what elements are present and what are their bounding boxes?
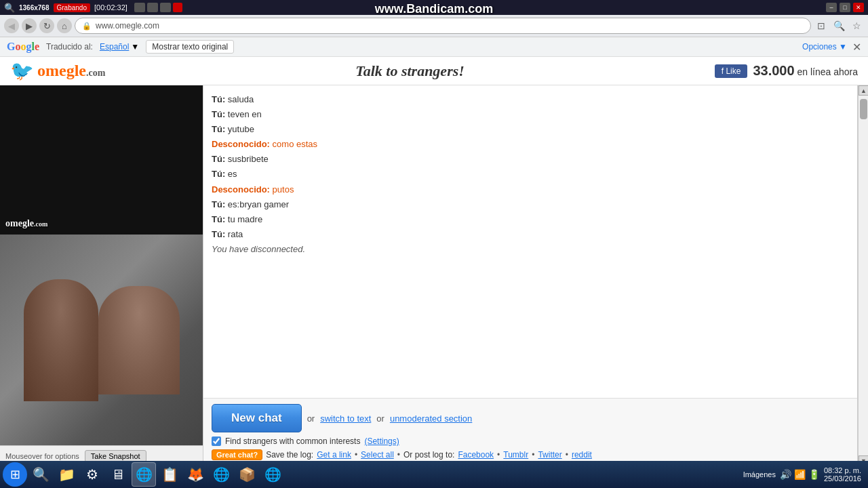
or-text-2: or: [376, 413, 384, 424]
main-area: omegle.com Mouseover for options Take Sn…: [0, 85, 868, 466]
scrollbar-up-arrow[interactable]: ▲: [859, 85, 868, 96]
system-tray-icons: 🔊 📶 🔋: [780, 469, 820, 480]
message-8: Tú: es:bryan gamer: [212, 197, 849, 212]
reddit-link[interactable]: reddit: [572, 450, 592, 460]
message-5: Tú: susbribete: [212, 152, 849, 167]
taskbar-firefox-icon[interactable]: 🦊: [183, 462, 208, 487]
video-panel: omegle.com Mouseover for options Take Sn…: [0, 85, 203, 466]
online-count: 33.000 en línea ahora: [753, 63, 858, 79]
stop-button[interactable]: [173, 3, 182, 12]
disconnect-message: You have disconnected.: [212, 242, 849, 257]
settings-link[interactable]: (Settings): [364, 436, 399, 446]
bookmark-button[interactable]: ☆: [849, 18, 864, 33]
recording-label: Grabando: [54, 3, 90, 12]
back-button[interactable]: ◀: [4, 18, 19, 33]
minimize-button[interactable]: –: [826, 3, 837, 12]
save-log-label: Save the log:: [266, 450, 313, 460]
person-silhouette-1: [24, 279, 98, 401]
home-button[interactable]: ⌂: [57, 18, 72, 33]
message-2: Tú: teven en: [212, 107, 849, 122]
omegle-header: 🐦 omegle.com Talk to strangers! f Like 3…: [0, 57, 868, 85]
window-controls: – □ ✕: [826, 3, 864, 12]
interests-label: Find strangers with common interests: [225, 436, 360, 446]
refresh-button[interactable]: ↻: [39, 18, 54, 33]
language-selector[interactable]: Español ▼: [100, 42, 139, 52]
select-all-link[interactable]: Select all: [361, 450, 394, 460]
taskbar-right: Imágenes 🔊 📶 🔋 08:32 p. m. 25/03/2016: [743, 466, 865, 483]
unmoderated-link[interactable]: unmoderated section: [390, 413, 472, 424]
address-bar[interactable]: 🔒 www.omegle.com: [75, 18, 811, 34]
message-3: Tú: yutube: [212, 122, 849, 137]
video-bottom: [0, 235, 203, 445]
date-display: 25/03/2016: [824, 474, 861, 483]
omegle-logo-text: omegle.com: [37, 62, 105, 80]
taskbar-app-icon[interactable]: 📦: [235, 462, 259, 487]
switch-to-text-link[interactable]: switch to text: [320, 413, 371, 424]
search-icon: 🔍: [4, 3, 15, 13]
omegle-tagline: Talk to strangers!: [105, 62, 714, 80]
forward-button[interactable]: ▶: [22, 18, 37, 33]
recording-bar: 🔍 1366x768 Grabando [00:02:32] – □ ✕: [0, 0, 868, 15]
tumblr-link[interactable]: Tumblr: [503, 450, 528, 460]
timer-label: [00:02:32]: [94, 3, 127, 12]
nav-right-buttons: ⊡ 🔍 ☆: [814, 18, 864, 33]
language-link[interactable]: Español: [100, 42, 129, 52]
url-text: www.omegle.com: [96, 21, 804, 30]
or-text-1: or: [307, 413, 315, 424]
browser-nav: ◀ ▶ ↻ ⌂ 🔒 www.omegle.com ⊡ 🔍 ☆: [0, 15, 868, 37]
tray-icon-3: 🔋: [808, 469, 820, 480]
dropdown-icon: ▼: [131, 42, 139, 52]
view-button[interactable]: ⊡: [814, 18, 829, 33]
chat-panel: Tú: saluda Tú: teven en Tú: yutube Desco…: [203, 85, 858, 466]
fb-widget: f Like 33.000 en línea ahora: [715, 63, 858, 79]
imagenes-label: Imágenes: [743, 470, 776, 479]
restore-button[interactable]: □: [840, 3, 850, 12]
taskbar-task-icon[interactable]: 📋: [157, 462, 182, 487]
taskbar-chrome-icon[interactable]: 🌐: [132, 462, 156, 487]
mouseover-label: Mouseover for options: [5, 452, 79, 460]
google-logo: Google: [7, 41, 39, 53]
interests-checkbox[interactable]: [212, 436, 221, 446]
twitter-link[interactable]: Twitter: [538, 450, 561, 460]
taskbar-ie-icon[interactable]: 🌐: [209, 462, 233, 487]
message-10: Tú: rata: [212, 227, 849, 242]
taskbar-search-icon[interactable]: 🔍: [28, 462, 53, 487]
facebook-link[interactable]: Facebook: [458, 450, 494, 460]
resolution-label: 1366x768: [19, 4, 50, 12]
great-chat-badge[interactable]: Great chat?: [212, 449, 262, 460]
start-button[interactable]: ⊞: [3, 462, 27, 487]
taskbar-explorer-icon[interactable]: 📁: [54, 462, 79, 487]
scrollbar-thumb[interactable]: [860, 99, 867, 119]
cam-icons: [134, 3, 182, 12]
snapshot-button[interactable]: Take Snapshot: [85, 450, 146, 462]
cam-icon-2: [147, 3, 158, 12]
get-link-link[interactable]: Get a link: [317, 450, 351, 460]
message-4: Desconocido: como estas: [212, 137, 849, 152]
scrollbar[interactable]: ▲ ▼: [858, 85, 868, 466]
person-silhouette-2: [98, 286, 180, 394]
chat-messages: Tú: saluda Tú: teven en Tú: yutube Desco…: [203, 85, 857, 398]
video-feed: [0, 235, 203, 445]
new-chat-button[interactable]: New chat: [212, 404, 302, 432]
translated-label: Traducido al:: [46, 42, 93, 52]
taskbar: ⊞ 🔍 📁 ⚙ 🖥 🌐 📋 🦊 🌐 📦 🌐 Imágenes 🔊 📶 🔋 08:…: [0, 461, 868, 488]
lock-icon: 🔒: [82, 22, 92, 30]
video-watermark: omegle.com: [5, 218, 47, 229]
zoom-button[interactable]: 🔍: [831, 18, 846, 33]
translate-close-button[interactable]: ✕: [852, 41, 861, 54]
tray-icon-1: 🔊: [780, 469, 791, 480]
message-9: Tú: tu madre: [212, 212, 849, 227]
omegle-bird-icon: 🐦: [10, 60, 34, 82]
chat-actions: New chat or switch to text or unmoderate…: [203, 398, 857, 466]
facebook-like-button[interactable]: f Like: [715, 64, 748, 78]
close-button[interactable]: ✕: [853, 3, 864, 12]
taskbar-settings-icon[interactable]: ⚙: [80, 462, 104, 487]
taskbar-hp-icon[interactable]: 🖥: [106, 462, 130, 487]
taskbar-app2-icon[interactable]: 🌐: [260, 462, 285, 487]
translate-right: Opciones ▼ ✕: [802, 41, 861, 54]
translate-bar: Google Traducido al: Español ▼ Mostrar t…: [0, 37, 868, 57]
show-original-button[interactable]: Mostrar texto original: [146, 40, 234, 54]
options-button[interactable]: Opciones ▼: [802, 42, 847, 52]
new-chat-row: New chat or switch to text or unmoderate…: [212, 404, 849, 432]
log-row: Great chat? Save the log: Get a link • S…: [212, 449, 849, 460]
